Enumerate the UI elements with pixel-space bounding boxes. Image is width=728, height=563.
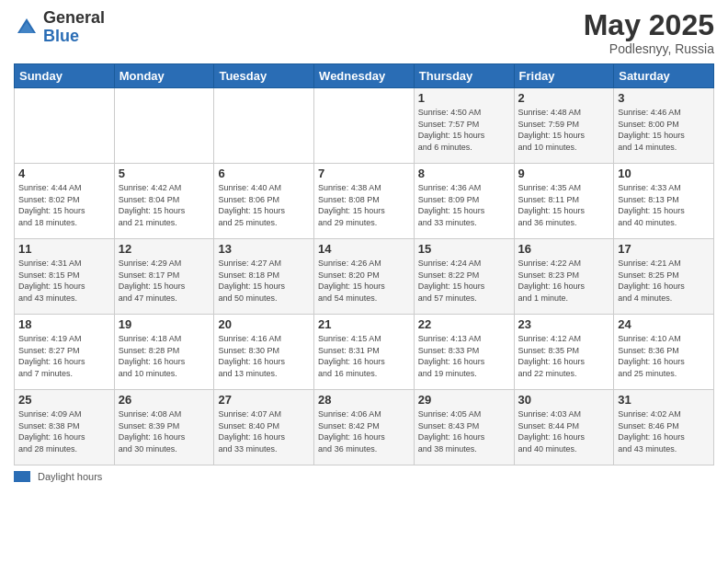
day-number: 30 bbox=[518, 393, 610, 407]
location: Podlesnyy, Russia bbox=[584, 41, 714, 56]
calendar-day-cell: 9Sunrise: 4:35 AM Sunset: 8:11 PM Daylig… bbox=[514, 164, 614, 239]
day-info: Sunrise: 4:26 AM Sunset: 8:20 PM Dayligh… bbox=[318, 258, 410, 304]
calendar-table: SundayMondayTuesdayWednesdayThursdayFrid… bbox=[14, 63, 714, 465]
day-number: 13 bbox=[218, 242, 310, 256]
day-info: Sunrise: 4:50 AM Sunset: 7:57 PM Dayligh… bbox=[418, 107, 510, 153]
day-info: Sunrise: 4:06 AM Sunset: 8:42 PM Dayligh… bbox=[318, 408, 410, 454]
day-info: Sunrise: 4:10 AM Sunset: 8:36 PM Dayligh… bbox=[618, 333, 710, 379]
calendar-day-header: Friday bbox=[514, 64, 614, 88]
calendar-day-cell: 14Sunrise: 4:26 AM Sunset: 8:20 PM Dayli… bbox=[314, 239, 415, 315]
calendar-day-cell: 11Sunrise: 4:31 AM Sunset: 8:15 PM Dayli… bbox=[15, 239, 115, 315]
calendar-day-cell: 29Sunrise: 4:05 AM Sunset: 8:43 PM Dayli… bbox=[414, 390, 514, 465]
legend-color-box bbox=[14, 471, 30, 482]
day-number: 16 bbox=[518, 242, 610, 256]
day-info: Sunrise: 4:36 AM Sunset: 8:09 PM Dayligh… bbox=[418, 182, 510, 228]
day-number: 28 bbox=[318, 393, 410, 407]
calendar-day-cell bbox=[314, 88, 415, 164]
calendar-day-header: Wednesday bbox=[314, 64, 415, 88]
calendar-day-cell: 10Sunrise: 4:33 AM Sunset: 8:13 PM Dayli… bbox=[614, 164, 714, 239]
day-number: 24 bbox=[618, 317, 710, 331]
calendar-day-cell: 12Sunrise: 4:29 AM Sunset: 8:17 PM Dayli… bbox=[114, 239, 214, 315]
day-number: 9 bbox=[518, 167, 610, 180]
calendar-header-row: SundayMondayTuesdayWednesdayThursdayFrid… bbox=[15, 64, 714, 88]
logo-icon bbox=[14, 15, 40, 40]
calendar-day-cell: 6Sunrise: 4:40 AM Sunset: 8:06 PM Daylig… bbox=[214, 164, 314, 239]
calendar-day-header: Tuesday bbox=[214, 64, 314, 88]
day-number: 26 bbox=[119, 393, 210, 407]
day-info: Sunrise: 4:31 AM Sunset: 8:15 PM Dayligh… bbox=[18, 258, 110, 304]
calendar-day-cell: 13Sunrise: 4:27 AM Sunset: 8:18 PM Dayli… bbox=[214, 239, 314, 315]
day-info: Sunrise: 4:15 AM Sunset: 8:31 PM Dayligh… bbox=[318, 333, 410, 379]
calendar-day-cell: 1Sunrise: 4:50 AM Sunset: 7:57 PM Daylig… bbox=[414, 88, 514, 164]
day-info: Sunrise: 4:44 AM Sunset: 8:02 PM Dayligh… bbox=[18, 182, 110, 228]
day-number: 17 bbox=[618, 242, 710, 256]
day-info: Sunrise: 4:29 AM Sunset: 8:17 PM Dayligh… bbox=[119, 258, 210, 304]
calendar-day-cell: 15Sunrise: 4:24 AM Sunset: 8:22 PM Dayli… bbox=[414, 239, 514, 315]
day-info: Sunrise: 4:13 AM Sunset: 8:33 PM Dayligh… bbox=[418, 333, 510, 379]
day-info: Sunrise: 4:40 AM Sunset: 8:06 PM Dayligh… bbox=[218, 182, 310, 228]
calendar-day-cell: 3Sunrise: 4:46 AM Sunset: 8:00 PM Daylig… bbox=[614, 88, 714, 164]
calendar-day-cell: 5Sunrise: 4:42 AM Sunset: 8:04 PM Daylig… bbox=[114, 164, 214, 239]
day-info: Sunrise: 4:21 AM Sunset: 8:25 PM Dayligh… bbox=[618, 258, 710, 304]
day-number: 20 bbox=[218, 317, 310, 331]
calendar-week-row: 11Sunrise: 4:31 AM Sunset: 8:15 PM Dayli… bbox=[15, 239, 714, 315]
page-header: General Blue May 2025 Podlesnyy, Russia bbox=[14, 9, 714, 56]
day-info: Sunrise: 4:46 AM Sunset: 8:00 PM Dayligh… bbox=[618, 107, 710, 153]
legend-label: Daylight hours bbox=[38, 471, 102, 482]
day-number: 7 bbox=[318, 167, 410, 180]
calendar-day-cell: 4Sunrise: 4:44 AM Sunset: 8:02 PM Daylig… bbox=[15, 164, 115, 239]
calendar-day-header: Sunday bbox=[15, 64, 115, 88]
day-number: 10 bbox=[618, 167, 710, 180]
calendar-day-cell: 8Sunrise: 4:36 AM Sunset: 8:09 PM Daylig… bbox=[414, 164, 514, 239]
day-number: 23 bbox=[518, 317, 610, 331]
calendar-day-header: Monday bbox=[114, 64, 214, 88]
day-number: 31 bbox=[618, 393, 710, 407]
calendar-day-cell: 2Sunrise: 4:48 AM Sunset: 7:59 PM Daylig… bbox=[514, 88, 614, 164]
calendar-day-cell: 21Sunrise: 4:15 AM Sunset: 8:31 PM Dayli… bbox=[314, 315, 415, 390]
day-info: Sunrise: 4:42 AM Sunset: 8:04 PM Dayligh… bbox=[119, 182, 210, 228]
day-number: 1 bbox=[418, 91, 510, 105]
day-number: 27 bbox=[218, 393, 310, 407]
day-info: Sunrise: 4:16 AM Sunset: 8:30 PM Dayligh… bbox=[218, 333, 310, 379]
logo-general-text: General bbox=[43, 9, 105, 28]
calendar-day-cell: 19Sunrise: 4:18 AM Sunset: 8:28 PM Dayli… bbox=[114, 315, 214, 390]
day-number: 21 bbox=[318, 317, 410, 331]
calendar-day-header: Thursday bbox=[414, 64, 514, 88]
day-info: Sunrise: 4:12 AM Sunset: 8:35 PM Dayligh… bbox=[518, 333, 610, 379]
day-info: Sunrise: 4:27 AM Sunset: 8:18 PM Dayligh… bbox=[218, 258, 310, 304]
day-info: Sunrise: 4:08 AM Sunset: 8:39 PM Dayligh… bbox=[119, 408, 210, 454]
logo: General Blue bbox=[14, 9, 105, 46]
day-info: Sunrise: 4:03 AM Sunset: 8:44 PM Dayligh… bbox=[518, 408, 610, 454]
day-info: Sunrise: 4:07 AM Sunset: 8:40 PM Dayligh… bbox=[218, 408, 310, 454]
calendar-day-header: Saturday bbox=[614, 64, 714, 88]
day-info: Sunrise: 4:35 AM Sunset: 8:11 PM Dayligh… bbox=[518, 182, 610, 228]
day-number: 25 bbox=[18, 393, 110, 407]
day-number: 8 bbox=[418, 167, 510, 180]
calendar-week-row: 18Sunrise: 4:19 AM Sunset: 8:27 PM Dayli… bbox=[15, 315, 714, 390]
day-info: Sunrise: 4:19 AM Sunset: 8:27 PM Dayligh… bbox=[18, 333, 110, 379]
calendar-day-cell: 17Sunrise: 4:21 AM Sunset: 8:25 PM Dayli… bbox=[614, 239, 714, 315]
day-number: 14 bbox=[318, 242, 410, 256]
calendar-day-cell: 25Sunrise: 4:09 AM Sunset: 8:38 PM Dayli… bbox=[15, 390, 115, 465]
calendar-day-cell: 24Sunrise: 4:10 AM Sunset: 8:36 PM Dayli… bbox=[614, 315, 714, 390]
calendar-day-cell: 26Sunrise: 4:08 AM Sunset: 8:39 PM Dayli… bbox=[114, 390, 214, 465]
day-info: Sunrise: 4:48 AM Sunset: 7:59 PM Dayligh… bbox=[518, 107, 610, 153]
calendar-week-row: 1Sunrise: 4:50 AM Sunset: 7:57 PM Daylig… bbox=[15, 88, 714, 164]
day-number: 11 bbox=[18, 242, 110, 256]
calendar-footer: Daylight hours bbox=[14, 471, 714, 482]
calendar-day-cell: 30Sunrise: 4:03 AM Sunset: 8:44 PM Dayli… bbox=[514, 390, 614, 465]
page-container: General Blue May 2025 Podlesnyy, Russia … bbox=[0, 0, 728, 563]
day-number: 5 bbox=[119, 167, 210, 180]
calendar-day-cell bbox=[15, 88, 115, 164]
day-number: 6 bbox=[218, 167, 310, 180]
calendar-day-cell bbox=[114, 88, 214, 164]
day-number: 18 bbox=[18, 317, 110, 331]
day-number: 12 bbox=[119, 242, 210, 256]
calendar-day-cell: 27Sunrise: 4:07 AM Sunset: 8:40 PM Dayli… bbox=[214, 390, 314, 465]
day-info: Sunrise: 4:24 AM Sunset: 8:22 PM Dayligh… bbox=[418, 258, 510, 304]
calendar-day-cell: 7Sunrise: 4:38 AM Sunset: 8:08 PM Daylig… bbox=[314, 164, 415, 239]
calendar-week-row: 4Sunrise: 4:44 AM Sunset: 8:02 PM Daylig… bbox=[15, 164, 714, 239]
day-info: Sunrise: 4:05 AM Sunset: 8:43 PM Dayligh… bbox=[418, 408, 510, 454]
calendar-week-row: 25Sunrise: 4:09 AM Sunset: 8:38 PM Dayli… bbox=[15, 390, 714, 465]
calendar-day-cell: 23Sunrise: 4:12 AM Sunset: 8:35 PM Dayli… bbox=[514, 315, 614, 390]
